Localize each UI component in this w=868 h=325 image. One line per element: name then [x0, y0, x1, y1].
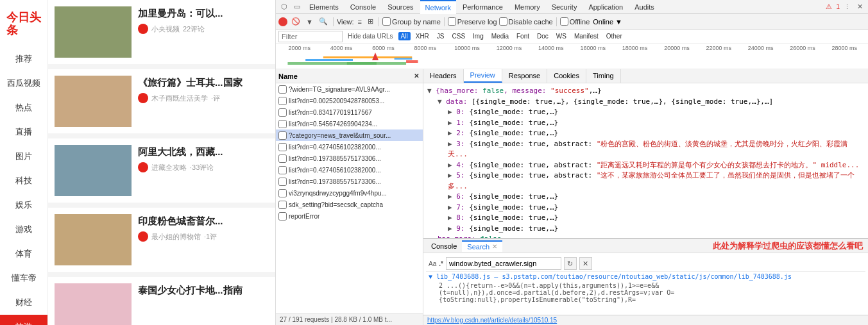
- filter-css[interactable]: CSS: [450, 32, 468, 40]
- req-checkbox-6[interactable]: [278, 154, 287, 163]
- filter-icon[interactable]: ▼: [304, 17, 315, 26]
- sidebar-item-hot[interactable]: 热点: [0, 96, 47, 120]
- request-item-0[interactable]: ?widen=TG_signature=AVL9AAgr...: [276, 83, 423, 95]
- request-item-11[interactable]: reportError: [276, 210, 423, 222]
- tab-security[interactable]: Security: [547, 0, 583, 14]
- tab-sources[interactable]: Sources: [382, 0, 418, 14]
- sidebar-item-tech[interactable]: 科技: [0, 169, 47, 193]
- record-btn[interactable]: [278, 17, 287, 26]
- req-checkbox-3[interactable]: [278, 120, 287, 128]
- detail-tab-headers[interactable]: Headers: [423, 69, 464, 83]
- hide-data-urls-btn[interactable]: Hide data URLs: [345, 32, 396, 40]
- request-item-8[interactable]: list?rdn=0.1973885575173306...: [276, 176, 423, 187]
- preserve-log-checkbox[interactable]: Preserve log: [448, 17, 497, 26]
- sidebar-item-travel[interactable]: 旅游: [0, 315, 47, 325]
- request-item-1[interactable]: list?rdn=0.00252009428780053...: [276, 95, 423, 106]
- req-checkbox-1[interactable]: [278, 97, 287, 105]
- offline-checkbox[interactable]: Offline: [560, 17, 590, 26]
- req-checkbox-9[interactable]: [278, 189, 287, 197]
- filter-img[interactable]: Img: [470, 32, 486, 40]
- filter-media[interactable]: Media: [489, 32, 511, 40]
- disable-cache-input[interactable]: [499, 17, 507, 26]
- news-item-5[interactable]: 泰国少女心打卡地...指南: [48, 277, 275, 325]
- tab-application[interactable]: Application: [583, 0, 628, 14]
- search-tab-close[interactable]: ✕: [492, 243, 497, 250]
- request-item-3[interactable]: list?rdn=0.545674269904234...: [276, 118, 423, 129]
- devtools-inspect-icon[interactable]: ⬡: [278, 1, 290, 13]
- sidebar-item-game[interactable]: 游戏: [0, 217, 47, 242]
- news-item-4[interactable]: 印度粉色城斋普尔... 最小姐的博物馆 ·1评: [48, 208, 275, 272]
- console-tab[interactable]: Console: [426, 241, 462, 251]
- filter-other[interactable]: Other: [604, 32, 625, 40]
- sidebar-item-finance[interactable]: 财经: [0, 290, 47, 315]
- request-item-10[interactable]: sdk_setting?bid=secsdk_captcha: [276, 199, 423, 210]
- news-image-2: [55, 76, 132, 127]
- req-checkbox-10[interactable]: [278, 201, 287, 209]
- json-line-0: ▼ {has_more: false, message: "success",……: [426, 86, 865, 97]
- req-checkbox-0[interactable]: [278, 85, 287, 94]
- filter-js[interactable]: JS: [434, 32, 447, 40]
- view-list-icon[interactable]: ≡: [356, 17, 364, 26]
- request-item-2[interactable]: list?rdn=0.834177019117567: [276, 106, 423, 118]
- request-item-5[interactable]: list?rdn=0.4274056102382000...: [276, 141, 423, 153]
- req-checkbox-5[interactable]: [278, 143, 287, 151]
- sidebar-item-xigua[interactable]: 西瓜视频: [0, 71, 47, 96]
- filter-xhr[interactable]: XHR: [413, 32, 432, 40]
- sidebar-item-live[interactable]: 直播: [0, 120, 47, 144]
- throttle-arrow[interactable]: ▼: [615, 18, 622, 26]
- sidebar-item-photo[interactable]: 图片: [0, 144, 47, 169]
- view-grid-icon[interactable]: ⊞: [366, 17, 375, 26]
- filter-font[interactable]: Font: [514, 32, 532, 40]
- detail-tab-response[interactable]: Response: [502, 69, 548, 83]
- settings-icon[interactable]: ⋮: [841, 1, 853, 13]
- search-input[interactable]: [446, 257, 561, 270]
- request-item-6[interactable]: list?rdn=0.1973885575173306...: [276, 153, 423, 164]
- offline-input[interactable]: [560, 17, 568, 26]
- filter-doc[interactable]: Doc: [534, 32, 551, 40]
- search-clear-btn[interactable]: ✕: [579, 257, 592, 270]
- req-checkbox-2[interactable]: [278, 108, 287, 117]
- tab-audits[interactable]: Audits: [629, 0, 660, 14]
- search-refresh-btn[interactable]: ↻: [564, 257, 577, 270]
- req-checkbox-11[interactable]: [278, 212, 287, 221]
- req-checkbox-7[interactable]: [278, 166, 287, 174]
- tab-performance[interactable]: Performance: [457, 0, 508, 14]
- tab-memory[interactable]: Memory: [509, 0, 545, 14]
- devtools-device-icon[interactable]: ▭: [291, 1, 303, 13]
- search-tab[interactable]: Search ✕: [462, 240, 502, 252]
- tab-console[interactable]: Console: [345, 0, 381, 14]
- sidebar-item-car[interactable]: 懂车帝: [0, 266, 47, 290]
- sidebar-item-entertainment[interactable]: 娱乐: [0, 193, 47, 217]
- alert-icon[interactable]: ⚠: [823, 1, 835, 13]
- more-icon[interactable]: ✕: [854, 1, 865, 13]
- disable-cache-checkbox[interactable]: Disable cache: [499, 17, 553, 26]
- news-item-3[interactable]: 阿里大北线，西藏... 进藏全攻略 ·33评论: [48, 138, 275, 203]
- status-url[interactable]: https://v.blog.csdn.net/article/details/…: [427, 317, 557, 324]
- detail-tab-cookies[interactable]: Cookies: [547, 69, 586, 83]
- tab-network[interactable]: Network: [420, 0, 456, 14]
- request-item-7[interactable]: list?rdn=0.4274056102382000...: [276, 164, 423, 176]
- group-by-name-input[interactable]: [382, 17, 391, 26]
- detail-tab-preview[interactable]: Preview: [464, 69, 502, 83]
- filter-ws[interactable]: WS: [554, 32, 569, 40]
- preserve-log-input[interactable]: [448, 17, 456, 26]
- request-item-9[interactable]: vi3zrynqsdrwyzcypgg4fm9v4hpu...: [276, 187, 423, 199]
- clear-icon[interactable]: 🚫: [289, 17, 302, 26]
- scroll-up-icon[interactable]: ✕: [413, 72, 420, 79]
- req-checkbox-8[interactable]: [278, 178, 287, 186]
- search-result-file[interactable]: ▼ lib_7403688.js — s3.pstatp.com/toutiao…: [426, 272, 865, 281]
- req-checkbox-4[interactable]: [278, 131, 287, 140]
- filter-all[interactable]: All: [398, 32, 411, 40]
- tl-9: 20000 ms: [656, 45, 697, 51]
- detail-tab-timing[interactable]: Timing: [586, 69, 621, 83]
- sidebar-item-sports[interactable]: 体育: [0, 242, 47, 266]
- news-item-2[interactable]: 《旅行篇》士耳其...国家 木子雨既生活美学 ·评: [48, 69, 275, 133]
- group-by-name-checkbox[interactable]: Group by name: [382, 17, 441, 26]
- filter-manifest[interactable]: Manifest: [572, 32, 601, 40]
- news-item-1[interactable]: 加里曼丹岛：可以... 小央视频 22评论: [48, 0, 275, 64]
- request-item-4[interactable]: ?category=news_travel&utm_sour...: [276, 129, 423, 141]
- filter-input[interactable]: [278, 31, 343, 42]
- search-icon[interactable]: 🔍: [317, 17, 330, 26]
- tab-elements[interactable]: Elements: [304, 0, 344, 14]
- sidebar-item-recommend[interactable]: 推荐: [0, 47, 47, 71]
